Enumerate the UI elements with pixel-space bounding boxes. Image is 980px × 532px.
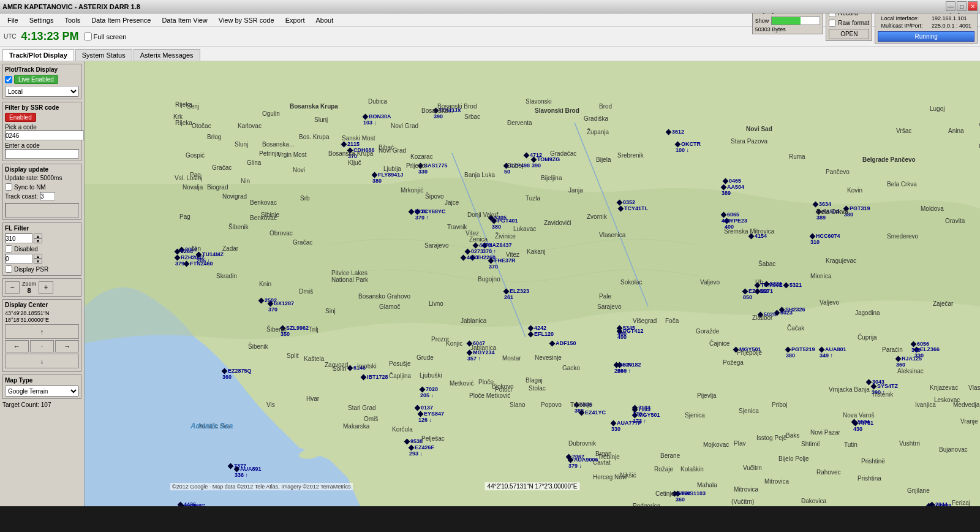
pick-code-label: Pick a code	[5, 124, 79, 131]
title-bar: AMER KAPETANOVIC - ASTERIX DARR 1.8 — □ …	[0, 0, 980, 13]
filter-ssr-title: Filter by SSR code	[5, 104, 79, 111]
minimize-button[interactable]: —	[946, 1, 956, 11]
fl-filter-title: FL Filter	[5, 225, 79, 232]
open-button[interactable]: OPEN	[829, 29, 869, 39]
map-type-select[interactable]: Google Terrain Google Satellite Google H…	[5, 386, 79, 397]
fl-down2-btn[interactable]: ▼	[34, 259, 42, 264]
replay-progress-label	[772, 17, 820, 25]
enter-code-label: Enter a code	[5, 142, 79, 149]
nav-down-button[interactable]: ↓	[5, 354, 79, 368]
zoom-plus-button[interactable]: +	[39, 281, 53, 294]
replay-bytes: 50303 Bytes	[755, 26, 821, 32]
display-center-title: Display Center	[5, 302, 79, 308]
local-select[interactable]: Local	[5, 86, 79, 97]
city-pitvice: Pitvice LakesNational Park	[331, 270, 368, 283]
plot-track-section: Plot/Track Display Live Enabled Local	[2, 64, 81, 99]
maximize-button[interactable]: □	[957, 1, 967, 11]
lat-coord: 43°49'28.18551"N	[5, 310, 79, 316]
menu-tools[interactable]: Tools	[59, 15, 85, 25]
fl-up2-btn[interactable]: ▲	[34, 254, 42, 259]
nav-up-button[interactable]: ↑	[5, 324, 79, 339]
sync-nm-checkbox[interactable]	[5, 183, 12, 191]
track-coast-label: Track coast:	[5, 193, 38, 200]
coord-bottom: 44°2'10.57131"N 17°2'3.00000"E	[485, 482, 580, 490]
conn-interface-label: Local Interface:	[879, 15, 929, 21]
tabs-row: Track/Plot Display System Status Asterix…	[0, 47, 980, 61]
fullscreen-text: Full screen	[94, 33, 127, 40]
title-text: AMER KAPETANOVIC - ASTERIX DARR 1.8	[2, 3, 978, 10]
fl-up-btn[interactable]: ▲	[34, 234, 42, 238]
tab-asterix-messages[interactable]: Asterix Messages	[134, 49, 200, 61]
menu-about[interactable]: About	[311, 15, 338, 25]
menu-data-item-presence[interactable]: Data Item Presence	[86, 15, 156, 25]
left-panel: Plot/Track Display Live Enabled Local Fi…	[0, 61, 85, 506]
menu-export[interactable]: Export	[281, 15, 310, 25]
live-enabled-checkbox[interactable]	[5, 76, 12, 83]
update-rate-text: Update rate: 5000ms	[5, 175, 79, 181]
raw-format-label: Raw format	[838, 20, 869, 26]
menu-data-item-view[interactable]: Data Item View	[157, 15, 212, 25]
map-area[interactable]: BON30A103 ↓TOM3JX390CDH686370SAS1775330F…	[85, 61, 980, 506]
nav-buttons: ← · →	[5, 340, 79, 352]
display-center-section: Display Center 43°49'28.18551"N 18°18'31…	[2, 299, 81, 372]
nav-right-button[interactable]: →	[55, 340, 79, 352]
close-button[interactable]: ✕	[968, 1, 978, 11]
display-update-title: Display update	[5, 166, 79, 173]
nav-left-button[interactable]: ←	[5, 340, 29, 352]
fullscreen-checkbox[interactable]	[84, 32, 92, 40]
display-psr-checkbox[interactable]	[5, 265, 12, 273]
target-count: Target Count: 107	[2, 401, 81, 408]
city-bosanska-2: Bosanska Krupa	[290, 103, 338, 110]
fl-down-btn[interactable]: ▼	[34, 238, 42, 243]
tab-system-status[interactable]: System Status	[75, 49, 132, 61]
utc-time: 4:13:23 PM	[21, 30, 79, 43]
enabled-button[interactable]: Enabled	[5, 113, 36, 122]
display-update-section: Display update Update rate: 5000ms Sync …	[2, 164, 81, 220]
filter-ssr-section: Filter by SSR code Enabled Pick a code ▼…	[2, 102, 81, 161]
zoom-section: − Zoom 8 +	[2, 278, 81, 297]
live-enabled-button[interactable]: Live Enabled	[14, 75, 58, 84]
enter-code-input[interactable]	[5, 149, 79, 159]
copyright-text: ©2012 Google · Map data ©2012 Tele Atlas…	[170, 483, 353, 490]
fl-filter-section: FL Filter ▲ ▼ Disabled ▲ ▼	[2, 222, 81, 276]
pick-code-combo: ▼	[5, 131, 79, 140]
menu-settings[interactable]: Settings	[24, 15, 59, 25]
menu-file[interactable]: File	[2, 15, 23, 25]
fl-disabled-label: Disabled	[14, 246, 38, 253]
tab-track-plot[interactable]: Track/Plot Display	[2, 49, 74, 61]
fl-input2[interactable]	[5, 254, 32, 264]
replay-show-label: Show	[755, 18, 769, 24]
plot-track-title: Plot/Track Display	[5, 66, 79, 73]
utc-label: UTC	[4, 33, 17, 40]
sync-nm-label: Sync to NM	[14, 184, 46, 191]
fl-input[interactable]	[5, 234, 32, 243]
zoom-label: Zoom	[22, 281, 36, 287]
running-button[interactable]: Running	[878, 31, 974, 42]
fl-disabled-checkbox[interactable]	[5, 245, 12, 253]
display-psr-label: Display PSR	[14, 266, 48, 273]
lon-coord: 18°18'31.00000"E	[5, 317, 79, 323]
nav-center-button[interactable]: ·	[30, 340, 54, 352]
replay-progress	[771, 17, 820, 25]
main-layout: Plot/Track Display Live Enabled Local Fi…	[0, 61, 980, 506]
track-coast-input[interactable]	[40, 192, 55, 200]
raw-format-checkbox[interactable]	[829, 20, 836, 27]
fullscreen-label[interactable]: Full screen	[84, 32, 127, 40]
zoom-minus-button[interactable]: −	[5, 281, 20, 294]
fl-spinner2: ▲ ▼	[5, 254, 79, 264]
target-count-value: 107	[41, 401, 51, 408]
pick-code-input[interactable]	[5, 131, 84, 140]
target-count-label: Target Count:	[2, 401, 41, 408]
conn-multicast-value: 225.0.0.1 : 4001	[930, 23, 973, 29]
conn-multicast-label: Multicast IP/Port:	[879, 23, 929, 29]
menu-bar: File Settings Tools Data Item Presence D…	[0, 13, 980, 27]
fl-spinner: ▲ ▼	[5, 234, 79, 243]
map-type-section: Map Type Google Terrain Google Satellite…	[2, 374, 81, 399]
menu-view-ssr[interactable]: View by SSR code	[214, 15, 279, 25]
terrain-map-svg	[85, 61, 980, 506]
conn-interface-value: 192.168.1.101	[930, 15, 973, 21]
track-coast-display	[5, 203, 79, 218]
map-type-title: Map Type	[5, 377, 79, 384]
zoom-value: 8	[22, 287, 36, 294]
